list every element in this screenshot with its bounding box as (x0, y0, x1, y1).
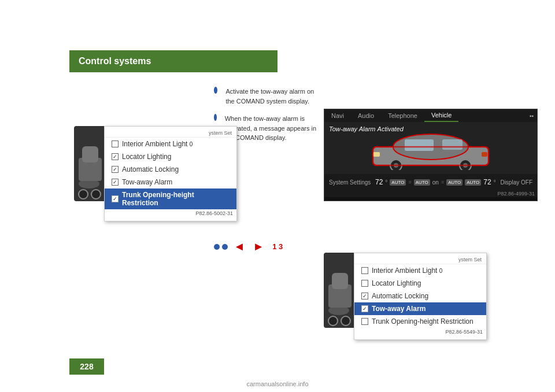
checkbox-autolocking-bot[interactable] (361, 293, 368, 299)
svg-point-19 (328, 316, 338, 326)
tab-navi[interactable]: Navi (324, 109, 351, 122)
checkbox-trunk-top[interactable] (112, 195, 119, 202)
degree-left: ° (385, 179, 387, 186)
checkbox-autolocking-top[interactable] (112, 166, 119, 173)
page-title: Control systems (79, 56, 151, 66)
menu-item-autolocking-bot[interactable]: Automatic Locking (354, 290, 486, 302)
bottom-menu-section: ystem Set Interior Ambient Light 0 Locat… (324, 253, 487, 340)
number-indicators: 1 3 (272, 242, 283, 251)
svg-rect-18 (332, 273, 348, 289)
tab-audio[interactable]: Audio (351, 109, 381, 122)
checkbox-ambient-bot[interactable] (361, 267, 368, 274)
svg-point-20 (341, 316, 350, 326)
menu-item-locator-top[interactable]: Locator Lighting (105, 150, 236, 163)
auto-label-1[interactable]: AUTO (390, 179, 406, 186)
checkbox-towalarm-bot[interactable] (361, 305, 368, 312)
degree-right: ° (494, 179, 496, 186)
svg-rect-2 (82, 146, 98, 162)
bottom-arrows-section: ◄ ► 1 3 (214, 240, 306, 253)
car-display-code: P82.86-4999-31 (324, 190, 537, 197)
menu-label-ambient-bot: Interior Ambient Light 0 (372, 267, 442, 275)
menu-label-locator-top: Locator Lighting (122, 153, 171, 161)
checkbox-trunk-bot[interactable] (361, 318, 368, 325)
checkbox-ambient-top[interactable] (112, 140, 119, 147)
auto-label-2[interactable]: AUTO (414, 179, 430, 186)
bottom-menu-code: P82.86-5549-31 (354, 328, 486, 336)
watermark: carmanualsonline.info (246, 380, 308, 387)
bullet-dot-1 (214, 87, 217, 94)
menu-label-towalarm-bot: Tow-away Alarm (372, 305, 426, 313)
svg-point-3 (79, 190, 88, 199)
menu-item-towalarm-bot[interactable]: Tow-away Alarm (354, 302, 486, 315)
auto-label-4[interactable]: AUTO (465, 179, 481, 186)
svg-rect-14 (482, 152, 487, 157)
menu-item-ambient-bot[interactable]: Interior Ambient Light 0 (354, 264, 486, 277)
bottom-menu-system-label: ystem Set (354, 257, 486, 264)
tow-alarm-label: Tow-away Alarm Activated (329, 125, 404, 132)
red-arrows: ◄ ► (234, 240, 267, 253)
car-display-body: Tow-away Alarm Activated (324, 122, 537, 174)
menu-item-ambient-top[interactable]: Interior Ambient Light 0 (105, 138, 236, 150)
menu-item-autolocking-top[interactable]: Automatic Locking (105, 163, 236, 176)
small-dot-1 (214, 244, 220, 250)
menu-item-trunk-top[interactable]: Trunk Opening-height Restriction (105, 188, 236, 209)
small-dot-2 (222, 244, 228, 250)
on-label[interactable]: on (432, 179, 439, 186)
tab-vehicle[interactable]: Vehicle (424, 109, 458, 122)
bullet-text-1: Activate the tow-away alarm on the COMAN… (225, 87, 318, 106)
temp-left[interactable]: 72 (375, 178, 383, 186)
footer-system-settings: System Settings (329, 179, 371, 186)
menu-label-trunk-top: Trunk Opening-height Restriction (122, 191, 230, 207)
top-menu-code: P82.86-5002-31 (105, 209, 236, 217)
tab-telephone[interactable]: Telephone (381, 109, 424, 122)
menu-label-autolocking-top: Automatic Locking (122, 165, 179, 173)
battery-icon: ▪▪ (530, 113, 534, 119)
page-number: 228 (69, 358, 104, 375)
footer-display-off: Display OFF (500, 179, 532, 186)
menu-label-locator-bot: Locator Lighting (372, 279, 421, 287)
divider-1: ≡ (408, 179, 411, 185)
menu-label-towalarm-top: Tow-away Alarm (122, 178, 172, 186)
menu-label-autolocking-bot: Automatic Locking (372, 292, 428, 300)
menu-item-towalarm-top[interactable]: Tow-away Alarm (105, 176, 236, 188)
car-display-header: Navi Audio Telephone Vehicle ▪▪ (324, 109, 537, 122)
page-content: Control systems Activate the tow-away al… (0, 0, 555, 392)
menu-item-trunk-bot[interactable]: Trunk Opening-height Restriction (354, 315, 486, 328)
car-display-footer: System Settings 72 ° AUTO ≡ AUTO on ≡ AU… (324, 174, 537, 190)
header-bar: Control systems (69, 50, 278, 72)
menu-label-ambient-top: Interior Ambient Light 0 (122, 140, 193, 148)
bullet-dot-2 (214, 114, 217, 121)
top-menu-system-label: ystem Set (105, 130, 236, 138)
svg-rect-13 (373, 152, 380, 157)
car-display-top: Navi Audio Telephone Vehicle ▪▪ Tow-away… (324, 109, 538, 201)
footer-controls: 72 ° AUTO ≡ AUTO on ≡ AUTO AUTO 72 ° (375, 178, 496, 186)
menu-label-trunk-bot: Trunk Opening-height Restriction (372, 317, 473, 326)
menu-item-locator-bot[interactable]: Locator Lighting (354, 277, 486, 290)
bullet-text-2: When the tow-away alarm is activated, a … (225, 114, 318, 143)
svg-rect-7 (405, 139, 434, 151)
svg-point-4 (91, 190, 101, 199)
checkbox-locator-bot[interactable] (361, 280, 368, 287)
auto-label-3[interactable]: AUTO (446, 179, 462, 186)
checkbox-towalarm-top[interactable] (112, 179, 119, 186)
car-image-svg (370, 127, 491, 170)
divider-2: ≡ (441, 179, 444, 185)
bottom-menu-panel: ystem Set Interior Ambient Light 0 Locat… (354, 253, 487, 340)
checkbox-locator-top[interactable] (112, 153, 119, 160)
temp-right[interactable]: 72 (483, 178, 491, 186)
svg-rect-8 (442, 139, 462, 150)
top-menu-panel: ystem Set Interior Ambient Light 0 Locat… (104, 126, 237, 221)
